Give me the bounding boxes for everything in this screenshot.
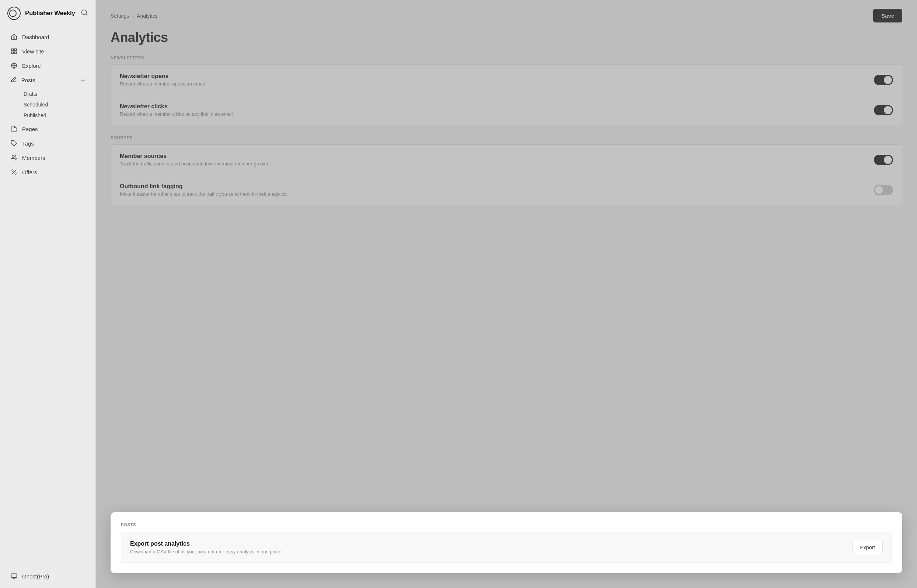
newsletter-opens-slider <box>874 75 893 85</box>
export-button[interactable]: Export <box>852 541 883 554</box>
sidebar-item-scheduled[interactable]: Scheduled <box>19 100 92 110</box>
sidebar-item-drafts[interactable]: Drafts <box>19 89 92 99</box>
pages-icon <box>10 125 18 132</box>
page-title: Analytics <box>111 30 902 45</box>
newsletter-opens-desc: Record when a member opens an email <box>120 81 205 87</box>
svg-rect-13 <box>11 573 17 578</box>
svg-rect-5 <box>11 52 13 54</box>
sidebar-item-dashboard[interactable]: Dashboard <box>3 30 92 44</box>
newsletters-section-label: NEWSLETTERS <box>111 56 902 60</box>
export-post-analytics-row: Export post analytics Download a CSV fil… <box>121 532 892 563</box>
view-site-icon <box>10 47 18 55</box>
dashboard-label: Dashboard <box>22 34 49 40</box>
pages-label: Pages <box>22 126 38 132</box>
main-area: Settings › Analytics Save Analytics NEWS… <box>96 0 917 588</box>
app-name: Publisher Weekly <box>25 10 75 17</box>
posts-label: Posts <box>21 77 36 83</box>
breadcrumb: Settings › Analytics <box>111 13 157 19</box>
export-post-desc: Download a CSV file of all your post dat… <box>130 549 281 554</box>
sidebar-item-published[interactable]: Published <box>19 110 92 121</box>
svg-point-12 <box>15 173 16 174</box>
modal-wrapper: POSTS Export post analytics Download a C… <box>96 512 917 588</box>
member-sources-row: Member sources Track the traffic sources… <box>111 145 902 175</box>
newsletter-opens-row: Newsletter opens Record when a member op… <box>111 65 902 95</box>
members-label: Members <box>22 155 45 161</box>
newsletter-clicks-row: Newsletter clicks Record when a member c… <box>111 95 902 125</box>
export-post-text: Export post analytics Download a CSV fil… <box>130 541 281 554</box>
newsletter-opens-text: Newsletter opens Record when a member op… <box>120 73 205 87</box>
explore-label: Explore <box>22 63 41 69</box>
main-content: Settings › Analytics Save Analytics NEWS… <box>96 0 917 588</box>
sidebar-item-view-site[interactable]: View site <box>3 44 92 58</box>
breadcrumb-settings[interactable]: Settings <box>111 13 129 19</box>
sidebar-nav: Dashboard View site Explore <box>0 26 95 183</box>
member-sources-desc: Track the traffic sources and posts that… <box>120 161 268 166</box>
save-button[interactable]: Save <box>873 9 902 23</box>
top-bar: Settings › Analytics Save <box>111 9 902 23</box>
member-sources-toggle[interactable] <box>874 155 893 165</box>
svg-line-1 <box>86 14 87 15</box>
outbound-link-row: Outbound link tagging Make it easier for… <box>111 175 902 205</box>
svg-point-9 <box>12 155 15 157</box>
sidebar-item-offers[interactable]: Offers <box>3 165 92 179</box>
sidebar-item-posts[interactable]: Posts + <box>3 73 92 87</box>
outbound-link-desc: Make it easier for other sites to track … <box>120 191 286 197</box>
tags-icon <box>10 140 18 147</box>
sidebar-item-explore[interactable]: Explore <box>3 58 92 73</box>
sidebar-item-pages[interactable]: Pages <box>3 122 92 136</box>
outbound-link-slider <box>874 185 893 195</box>
posts-left: Posts <box>10 76 36 84</box>
sidebar-item-ghost-pro[interactable]: Ghost(Pro) <box>3 569 92 583</box>
svg-rect-3 <box>15 48 16 50</box>
view-site-label: View site <box>22 48 44 55</box>
ghost-pro-icon <box>10 572 18 580</box>
posts-icon <box>10 76 17 84</box>
newsletter-clicks-title: Newsletter clicks <box>120 103 233 110</box>
newsletters-card: Newsletter opens Record when a member op… <box>111 65 902 125</box>
offers-label: Offers <box>22 169 37 175</box>
posts-modal-label: POSTS <box>121 522 892 527</box>
member-sources-slider <box>874 155 893 165</box>
newsletter-clicks-desc: Record when a member clicks on any link … <box>120 111 233 117</box>
sidebar: Publisher Weekly Dashboard <box>0 0 96 588</box>
sidebar-item-members[interactable]: Members <box>3 151 92 165</box>
svg-line-10 <box>12 170 16 174</box>
newsletter-opens-toggle[interactable] <box>874 75 893 85</box>
svg-rect-4 <box>15 52 16 54</box>
newsletter-opens-title: Newsletter opens <box>120 73 205 79</box>
sidebar-item-tags[interactable]: Tags <box>3 136 92 150</box>
newsletter-clicks-text: Newsletter clicks Record when a member c… <box>120 103 233 117</box>
svg-point-11 <box>12 170 13 171</box>
sidebar-bottom: Ghost(Pro) <box>0 564 95 588</box>
add-post-icon[interactable]: + <box>81 77 85 84</box>
offers-icon <box>10 168 18 176</box>
breadcrumb-chevron: › <box>132 13 134 19</box>
sidebar-logo-area: Publisher Weekly <box>0 0 95 26</box>
explore-icon <box>10 62 18 69</box>
sources-card: Member sources Track the traffic sources… <box>111 144 902 205</box>
posts-subnav: Drafts Scheduled Published <box>0 88 95 121</box>
sources-section-label: SOURCES <box>111 136 902 140</box>
dashboard-icon <box>10 33 18 40</box>
member-sources-title: Member sources <box>120 153 268 160</box>
member-sources-text: Member sources Track the traffic sources… <box>120 153 268 166</box>
search-button[interactable] <box>81 9 88 18</box>
breadcrumb-current: Analytics <box>137 13 157 19</box>
newsletter-clicks-slider <box>874 105 893 115</box>
svg-rect-2 <box>11 48 13 50</box>
logo-icon <box>7 6 21 20</box>
tags-label: Tags <box>22 141 34 147</box>
posts-modal-card: POSTS Export post analytics Download a C… <box>111 512 902 573</box>
outbound-link-title: Outbound link tagging <box>120 183 286 190</box>
outbound-link-text: Outbound link tagging Make it easier for… <box>120 183 286 197</box>
export-post-title: Export post analytics <box>130 541 281 547</box>
members-icon <box>10 154 18 162</box>
newsletter-clicks-toggle[interactable] <box>874 105 893 115</box>
ghost-pro-label: Ghost(Pro) <box>22 573 49 580</box>
outbound-link-toggle[interactable] <box>874 185 893 195</box>
